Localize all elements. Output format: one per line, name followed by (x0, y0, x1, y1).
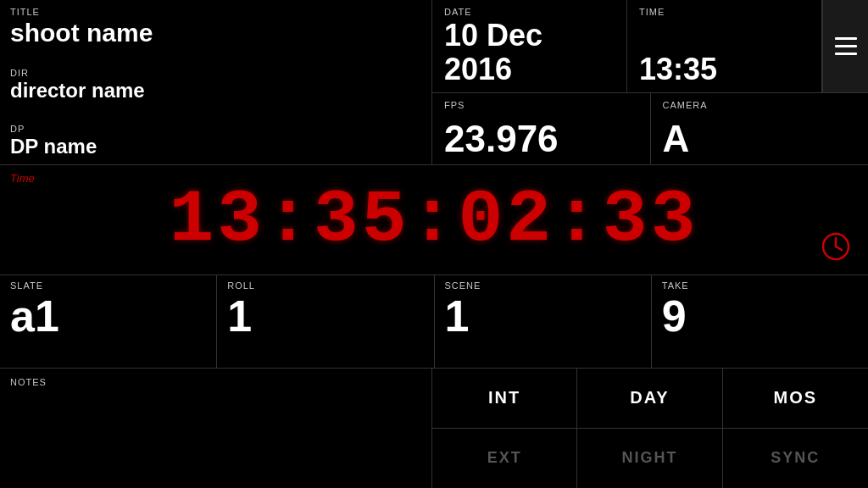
int-label: INT (488, 388, 520, 408)
notes-label: NOTES (10, 377, 47, 387)
sync-label: SYNC (771, 449, 820, 467)
take-cell[interactable]: TAKE 9 (652, 275, 868, 368)
dp-group: DP DP name (10, 124, 421, 158)
date-label: DATE (444, 7, 615, 17)
dp-name[interactable]: DP name (10, 136, 421, 158)
ext-toggle[interactable]: EXT (432, 429, 577, 489)
scene-cell[interactable]: SCENE 1 (435, 275, 652, 368)
menu-button[interactable] (822, 0, 868, 92)
roll-label: ROLL (227, 280, 423, 291)
date-value: 10 Dec 2016 (444, 19, 615, 86)
fps-camera-row: FPS 23.976 CAMERA A (432, 93, 868, 164)
night-label: NIGHT (621, 449, 677, 467)
timecode-display[interactable]: 13:35:02:33 (170, 183, 699, 258)
camera-label: CAMERA (663, 100, 857, 110)
title-label: TITLE (10, 7, 421, 17)
menu-line-1 (835, 37, 857, 40)
top-section: TITLE shoot name DIR director name DP DP… (0, 0, 868, 165)
mos-toggle[interactable]: MOS (723, 369, 868, 429)
dir-label: DIR (10, 68, 421, 78)
director-name[interactable]: director name (10, 80, 421, 102)
fps-label: FPS (444, 100, 638, 110)
sync-toggle[interactable]: SYNC (723, 429, 868, 489)
bottom-section: NOTES INT DAY MOS EXT NIGHT SYNC (0, 369, 868, 488)
mos-label: MOS (774, 388, 818, 408)
fps-cell[interactable]: FPS 23.976 (432, 93, 651, 164)
camera-cell[interactable]: CAMERA A (651, 93, 869, 164)
slate-value: a1 (10, 294, 206, 338)
shoot-name[interactable]: shoot name (10, 19, 421, 47)
take-value: 9 (662, 294, 858, 338)
scene-label: SCENE (445, 280, 641, 291)
timecode-section: Time 13:35:02:33 (0, 165, 868, 275)
fps-value: 23.976 (444, 120, 638, 158)
scene-value: 1 (445, 294, 641, 338)
slate-section: SLATE a1 ROLL 1 SCENE 1 TAKE 9 (0, 275, 868, 369)
night-toggle[interactable]: NIGHT (577, 429, 722, 489)
time-value: 13:35 (639, 53, 810, 86)
svg-line-2 (836, 247, 842, 250)
roll-cell[interactable]: ROLL 1 (217, 275, 434, 368)
title-group: TITLE shoot name (10, 7, 421, 47)
top-right-panel: DATE 10 Dec 2016 TIME 13:35 FPS 23.976 (432, 0, 868, 164)
notes-cell[interactable]: NOTES (0, 369, 432, 488)
dir-group: DIR director name (10, 68, 421, 102)
top-left-panel: TITLE shoot name DIR director name DP DP… (0, 0, 432, 164)
int-toggle[interactable]: INT (432, 369, 577, 429)
app-container: TITLE shoot name DIR director name DP DP… (0, 0, 868, 488)
ext-label: EXT (487, 449, 522, 467)
date-time-row: DATE 10 Dec 2016 TIME 13:35 (432, 0, 868, 93)
take-label: TAKE (662, 280, 858, 291)
day-toggle[interactable]: DAY (577, 369, 722, 429)
dp-label: DP (10, 124, 421, 134)
time-cell[interactable]: TIME 13:35 (627, 0, 822, 92)
day-label: DAY (630, 388, 669, 408)
timecode-label: Time (10, 172, 35, 185)
int-ext-section: INT DAY MOS EXT NIGHT SYNC (432, 369, 868, 488)
menu-line-3 (835, 53, 857, 55)
clock-icon[interactable] (821, 231, 851, 262)
date-cell[interactable]: DATE 10 Dec 2016 (432, 0, 627, 92)
time-label: TIME (639, 7, 810, 17)
slate-label: SLATE (10, 280, 206, 291)
camera-value: A (663, 120, 857, 158)
roll-value: 1 (227, 294, 423, 338)
menu-line-2 (835, 45, 857, 47)
slate-cell[interactable]: SLATE a1 (0, 275, 217, 368)
